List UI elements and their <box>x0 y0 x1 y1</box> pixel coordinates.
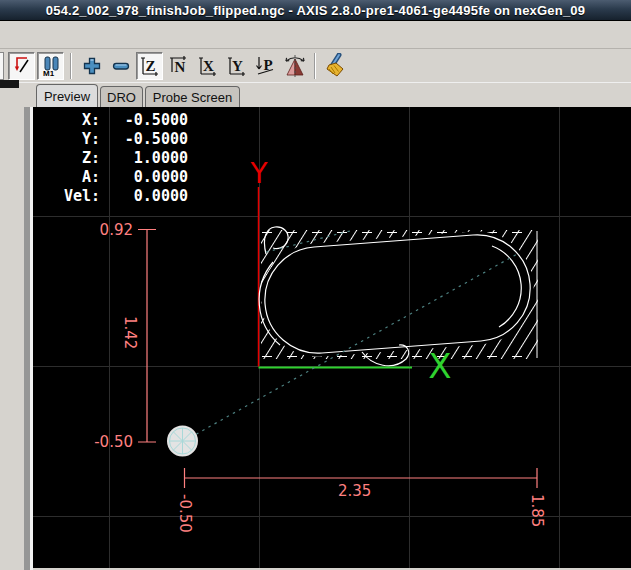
tab-dro[interactable]: DRO <box>100 86 143 107</box>
dro-axis-label: A: <box>60 168 100 187</box>
toolbar: M1 Z <box>0 49 631 83</box>
dro-axis-value: 0.0000 <box>100 187 188 206</box>
zoom-out-button[interactable] <box>107 52 134 80</box>
minus-icon <box>109 54 133 78</box>
toolbar-separator <box>314 53 316 79</box>
dimension-left-x: -0.50 <box>176 494 194 533</box>
broom-icon <box>323 53 349 79</box>
dimension-top-y: 0.92 <box>85 221 133 239</box>
svg-text:X: X <box>203 58 214 74</box>
dro-row: A: 0.0000 <box>60 168 188 187</box>
notebook-tabs: Preview DRO Probe Screen <box>0 83 631 107</box>
svg-text:Y: Y <box>232 58 243 74</box>
tab-probe-screen[interactable]: Probe Screen <box>145 86 240 107</box>
svg-text:N: N <box>174 59 185 75</box>
skip-lines-icon <box>11 54 33 78</box>
chrome-artifact <box>0 80 19 88</box>
dro-axis-label: X: <box>60 111 100 130</box>
window-title: 054.2_002_978_finishJob_flipped.ngc - AX… <box>46 3 585 18</box>
view-front-button[interactable]: Y <box>223 52 250 80</box>
dro-row: Z: 1.0000 <box>60 149 188 168</box>
dro-row: Vel: 0.0000 <box>60 187 188 206</box>
dro-axis-label: Vel: <box>60 187 100 206</box>
svg-text:M1: M1 <box>43 69 55 78</box>
dro-axis-value: -0.5000 <box>100 111 188 130</box>
view-z-icon: Z <box>139 54 161 78</box>
view-side-button[interactable]: X <box>194 52 221 80</box>
svg-text:Z: Z <box>145 58 155 74</box>
clear-plot-button[interactable] <box>322 52 349 80</box>
menu-bar <box>0 21 631 49</box>
dimension-bottom-y: -0.50 <box>85 433 133 451</box>
dimension-height: 1.42 <box>121 316 139 349</box>
optional-pause-toggle-button[interactable]: M1 <box>37 52 64 80</box>
dro-axis-label: Y: <box>60 130 100 149</box>
tool-marker <box>167 426 198 457</box>
dro-axis-value: 0.0000 <box>100 168 188 187</box>
rotate-cone-icon <box>282 53 308 79</box>
dro-row: Y: -0.5000 <box>60 130 188 149</box>
dimension-right-x: 1.85 <box>528 494 546 527</box>
view-p-icon: P <box>254 54 278 78</box>
rotate-view-button[interactable] <box>281 52 308 80</box>
view-perspective-button[interactable]: P <box>252 52 279 80</box>
axis-window: { "window": { "title": "054.2_002_978_fi… <box>0 0 631 570</box>
x-axis-label: X <box>428 346 451 386</box>
view-x-icon: X <box>197 54 219 78</box>
svg-text:P: P <box>263 57 272 73</box>
left-groove-highlight <box>30 103 33 570</box>
plus-icon <box>80 54 104 78</box>
dro-axis-value: -0.5000 <box>100 130 188 149</box>
view-rotated-button[interactable]: N <box>165 52 192 80</box>
skip-lines-toggle-button[interactable] <box>8 52 35 80</box>
view-z-rotated-icon: N <box>168 54 190 78</box>
dimension-width: 2.35 <box>338 482 371 500</box>
view-top-button[interactable]: Z <box>136 52 163 80</box>
dro-row: X: -0.5000 <box>60 111 188 130</box>
view-y-icon: Y <box>226 54 248 78</box>
toolbar-separator <box>70 53 72 79</box>
toolbar-clipped-button[interactable] <box>0 52 4 80</box>
dro-readout: X: -0.5000 Y: -0.5000 Z: 1.0000 A: 0.000… <box>60 111 188 206</box>
zoom-in-button[interactable] <box>78 52 105 80</box>
optional-pause-icon: M1 <box>40 54 62 78</box>
dro-axis-label: Z: <box>60 149 100 168</box>
title-bar[interactable]: 054.2_002_978_finishJob_flipped.ngc - AX… <box>0 0 631 21</box>
y-axis-label: Y <box>249 157 268 190</box>
tab-preview[interactable]: Preview <box>36 84 98 107</box>
dro-axis-value: 1.0000 <box>100 149 188 168</box>
